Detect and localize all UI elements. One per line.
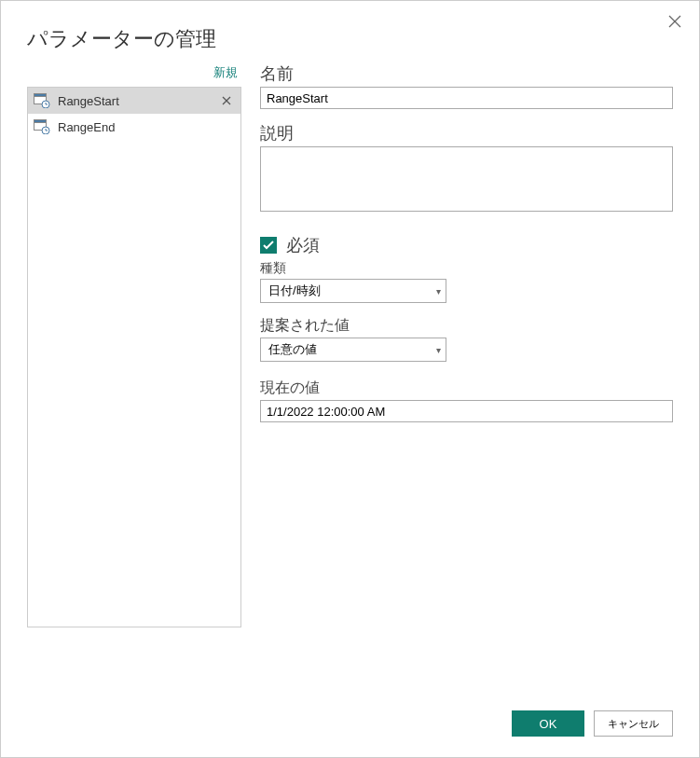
required-checkbox[interactable] — [260, 237, 277, 254]
svg-rect-10 — [34, 120, 47, 123]
suggested-values-select[interactable]: 任意の値 — [260, 338, 446, 362]
parameter-icon — [34, 93, 50, 108]
parameter-icon — [34, 119, 50, 134]
dialog-buttons: OK キャンセル — [512, 710, 673, 737]
description-label: 説明 — [260, 122, 673, 145]
dialog-title: パラメーターの管理 — [27, 25, 673, 53]
parameter-item-rangestart[interactable]: RangeStart — [28, 88, 240, 114]
left-panel: 新規 RangeStart RangeEnd — [27, 62, 241, 627]
manage-parameters-dialog: パラメーターの管理 新規 RangeStart — [0, 0, 700, 758]
name-label: 名前 — [260, 62, 673, 85]
parameter-label: RangeStart — [58, 94, 218, 108]
close-button[interactable] — [666, 14, 684, 33]
name-input[interactable] — [260, 87, 673, 109]
parameter-list: RangeStart RangeEnd — [27, 87, 241, 627]
required-label: 必須 — [286, 234, 320, 256]
close-icon — [222, 96, 231, 105]
ok-button[interactable]: OK — [512, 710, 584, 737]
right-panel: 名前 説明 必須 種類 日付/時刻 ▾ — [260, 62, 673, 627]
parameter-label: RangeEnd — [58, 120, 235, 134]
current-value-label: 現在の値 — [260, 379, 673, 398]
check-icon — [263, 241, 274, 250]
svg-rect-3 — [34, 94, 47, 97]
current-value-input[interactable] — [260, 400, 673, 422]
cancel-button[interactable]: キャンセル — [594, 710, 673, 737]
description-input[interactable] — [260, 146, 673, 212]
new-parameter-link[interactable]: 新規 — [27, 62, 241, 87]
type-select[interactable]: 日付/時刻 — [260, 279, 446, 303]
close-icon — [668, 15, 681, 28]
delete-parameter-button[interactable] — [218, 93, 235, 108]
type-value: 日付/時刻 — [268, 283, 321, 299]
suggested-value: 任意の値 — [268, 341, 317, 358]
type-label: 種類 — [260, 260, 673, 277]
suggested-values-label: 提案された値 — [260, 316, 673, 336]
parameter-item-rangeend[interactable]: RangeEnd — [28, 114, 240, 140]
